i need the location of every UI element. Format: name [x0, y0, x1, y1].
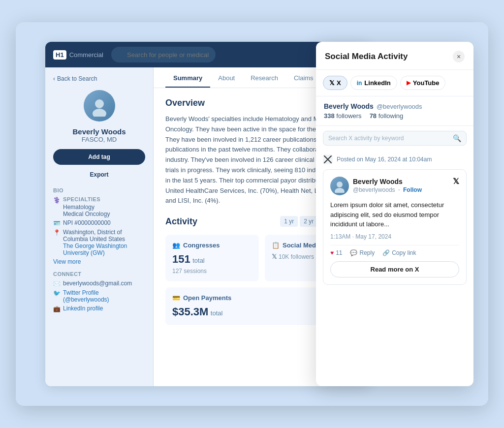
tweet-card: Beverly Woods @beverlywoods · Follow 𝕏 L… — [323, 169, 467, 285]
platform-tabs-bar: 𝕏 X in LinkedIn ▶ YouTube — [316, 70, 473, 96]
congresses-sub: 127 sessions — [172, 268, 252, 275]
specialties-label: Specialties — [63, 196, 110, 202]
tweet-header: Beverly Woods @beverlywoods · Follow 𝕏 — [330, 177, 459, 195]
view-more-link[interactable]: View more — [53, 258, 145, 265]
svg-point-4 — [335, 188, 345, 193]
search-input[interactable] — [111, 47, 216, 62]
tweet-actions: ♥ 11 💬 Reply 🔗 Copy link — [330, 245, 459, 256]
svg-point-3 — [337, 182, 343, 187]
nav-commercial-label: Commercial — [69, 51, 103, 59]
social-media-panel: Social Media Activity × 𝕏 X in LinkedIn … — [316, 42, 473, 386]
open-payments-label: Open Payments — [183, 294, 231, 302]
copy-link-label: Copy link — [392, 249, 416, 256]
linkedin-row[interactable]: 💼 LinkedIn profile — [53, 305, 145, 312]
reply-icon: 💬 — [350, 249, 357, 256]
social-media-icon: 📋 — [272, 242, 280, 249]
reply-label: Reply — [359, 249, 375, 256]
tweet-author-block: Beverly Woods @beverlywoods · Follow — [353, 178, 422, 194]
chevron-left-icon: ‹ — [53, 75, 55, 82]
tweet-avatar — [330, 177, 349, 195]
payments-icon: 💳 — [172, 294, 180, 302]
tweet-time: 1:13AM · May 17, 2024 — [330, 233, 459, 240]
avatar-wrapper — [53, 90, 145, 122]
logo-box: H1 — [53, 50, 66, 60]
app-logo: H1 Commercial — [53, 50, 103, 60]
linkedin-icon: 💼 — [53, 306, 60, 312]
link-icon: 🔗 — [382, 249, 390, 256]
email-icon: ✉️ — [53, 280, 60, 287]
tab-research[interactable]: Research — [243, 67, 286, 88]
person-credentials: FASCO, MD — [53, 136, 145, 143]
tweet-content: Lorem ipsum dolor sit amet, consectetur … — [330, 200, 459, 229]
x-tab-icon: 𝕏 — [329, 79, 334, 87]
bio-section-label: Bio — [53, 187, 145, 193]
left-sidebar: ‹ Back to Search Beverly Woods FASCO, MD… — [45, 67, 154, 386]
twitter-link[interactable]: Twitter Profile (@beverlywoods) — [63, 289, 145, 303]
back-link-text: Back to Search — [57, 75, 97, 82]
add-tag-button[interactable]: Add tag — [53, 149, 145, 165]
congresses-number: 151 total — [172, 253, 252, 266]
youtube-tab-label: YouTube — [413, 79, 440, 87]
linkedin-link[interactable]: LinkedIn profile — [63, 305, 103, 312]
post-date-text: Posted on May 16, 2024 at 10:04am — [337, 156, 432, 163]
heart-icon: ♥ — [330, 249, 334, 256]
reply-button[interactable]: 💬 Reply — [350, 249, 375, 256]
close-panel-button[interactable]: × — [453, 51, 465, 62]
specialty-oncology: Medical Oncology — [63, 211, 110, 217]
back-to-search-link[interactable]: ‹ Back to Search — [53, 75, 145, 82]
x-tab-label: X — [337, 79, 341, 87]
followers-stat: 338 followers — [324, 112, 362, 120]
social-stats-row: 338 followers 78 following — [324, 112, 466, 120]
institution-link[interactable]: The George Washington University (GW) — [63, 243, 127, 256]
copy-link-button[interactable]: 🔗 Copy link — [382, 249, 416, 256]
email-value: beverlywoods@gmail.com — [63, 280, 132, 287]
congresses-card: 👥 Congresses 151 total 127 sessions — [165, 235, 259, 281]
user-info-section: Beverly Woods @beverlywoods 338 follower… — [316, 96, 473, 126]
svg-point-1 — [93, 109, 106, 117]
social-media-label: Social Media — [283, 242, 321, 249]
like-button[interactable]: ♥ 11 — [330, 249, 342, 256]
tweet-author-name: Beverly Woods — [353, 178, 422, 185]
tab-about[interactable]: About — [210, 67, 243, 88]
social-username: Beverly Woods — [324, 102, 374, 110]
social-feed-area: Posted on May 16, 2024 at 10:04am Beverl… — [316, 151, 473, 386]
congresses-label: Congresses — [183, 242, 220, 249]
platform-tab-youtube[interactable]: ▶ YouTube — [400, 76, 446, 90]
npi-icon: 🪪 — [53, 220, 60, 227]
congresses-icon: 👥 — [172, 242, 180, 249]
time-filter-1yr[interactable]: 1 yr — [280, 216, 298, 227]
social-search-input[interactable] — [328, 135, 449, 142]
npi-row: 🪪 NPI #0000000000 — [53, 219, 145, 227]
following-stat: 78 following — [370, 112, 404, 120]
platform-tab-x[interactable]: 𝕏 X — [323, 76, 347, 90]
twitter-row[interactable]: 🐦 Twitter Profile (@beverlywoods) — [53, 289, 145, 303]
location-text: Washington, District of Columbia United … — [63, 229, 145, 243]
user-name-row: Beverly Woods @beverlywoods — [324, 102, 466, 110]
search-icon: 🔍 — [453, 134, 461, 142]
follow-button[interactable]: Follow — [403, 186, 422, 193]
npi-value: NPI #0000000000 — [63, 219, 111, 226]
x-brand-icon: 𝕏 — [272, 253, 277, 260]
social-search-bar[interactable]: 🔍 — [323, 131, 467, 146]
congresses-header: 👥 Congresses — [172, 242, 252, 249]
location-icon: 📍 — [53, 229, 60, 236]
export-button[interactable]: Export — [53, 168, 145, 182]
tweet-user-info: Beverly Woods @beverlywoods · Follow — [330, 177, 422, 195]
panel-title: Social Media Activity — [325, 52, 408, 61]
tab-summary[interactable]: Summary — [165, 67, 210, 88]
connect-section-label: Connect — [53, 271, 145, 277]
specialties-row: ⚕️ Specialties Hematology Medical Oncolo… — [53, 196, 145, 217]
person-name: Beverly Woods — [53, 127, 145, 136]
linkedin-tab-icon: in — [357, 80, 362, 87]
tweet-author-handle: @beverlywoods — [353, 186, 395, 193]
social-followers: 10K followers — [279, 253, 314, 260]
read-more-button[interactable]: Read more on X — [330, 261, 459, 277]
activity-title: Activity — [165, 216, 197, 227]
twitter-icon: 🐦 — [53, 290, 60, 297]
time-filter-2yr[interactable]: 2 yr — [300, 216, 317, 227]
panel-header: Social Media Activity × — [316, 42, 473, 70]
email-row: ✉️ beverlywoods@gmail.com — [53, 280, 145, 287]
platform-tab-linkedin[interactable]: in LinkedIn — [350, 76, 397, 90]
specialty-hematology: Hematology — [63, 204, 110, 211]
congresses-unit: total — [192, 257, 205, 264]
